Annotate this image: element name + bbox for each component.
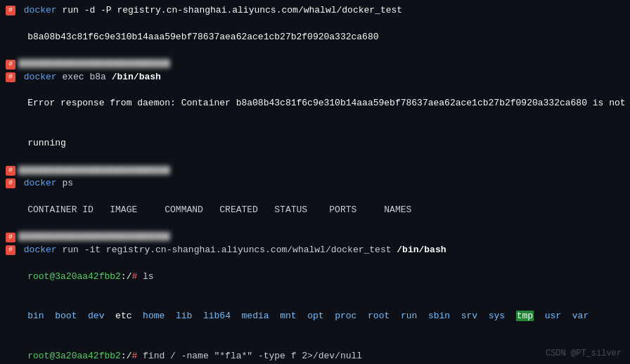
- prompt-icon-4: #: [6, 166, 15, 176]
- output-hash: b8a08b43c81f6c9e310b14aaa59ebf78637aea62…: [6, 18, 624, 58]
- blurred-line-1: # ██████████████████████████████: [6, 58, 624, 70]
- blurred-line-2: # ██████████████████████████████: [6, 165, 624, 177]
- watermark: CSDN @PT_silver: [546, 349, 622, 358]
- ls-prompt: root@3a20aa42fbb2:/# ls: [6, 257, 624, 297]
- terminal: # docker run -d -P registry.cn-shanghai.…: [0, 0, 630, 364]
- prompt-hash: [18, 4, 24, 18]
- prompt-line-exec: # docker exec b8a /bin/bash: [6, 71, 624, 84]
- error-output-2: running: [6, 124, 624, 164]
- prompt-icon-3: #: [6, 72, 15, 82]
- run-command: docker run -it registry.cn-shanghai.aliy…: [24, 244, 446, 257]
- prompt-icon-6: #: [6, 233, 15, 242]
- ls-output: bin boot dev etc home lib lib64 media mn…: [6, 297, 624, 337]
- find-prompt: root@3a20aa42fbb2:/# find / -name "*fla*…: [6, 337, 624, 364]
- blurred-line-3: # ██████████████████████████████: [6, 231, 624, 243]
- prompt-icon-7: #: [6, 245, 15, 255]
- prompt-line-ps: # docker ps: [6, 177, 624, 190]
- prompt-line-run: # docker run -it registry.cn-shanghai.al…: [6, 244, 624, 257]
- ps-command: docker ps: [24, 177, 73, 190]
- prompt-line-1: # docker run -d -P registry.cn-shanghai.…: [6, 4, 624, 18]
- exec-command: docker exec b8a /bin/bash: [24, 71, 161, 84]
- prompt-icon-5: #: [6, 178, 15, 188]
- prompt-icon-2: #: [6, 60, 15, 70]
- command-text: docker run -d -P registry.cn-shanghai.al…: [24, 4, 402, 18]
- prompt-icon: #: [6, 6, 15, 15]
- error-output: Error response from daemon: Container b8…: [6, 84, 624, 124]
- ps-header: CONTAINER ID IMAGE COMMAND CREATED STATU…: [6, 190, 624, 230]
